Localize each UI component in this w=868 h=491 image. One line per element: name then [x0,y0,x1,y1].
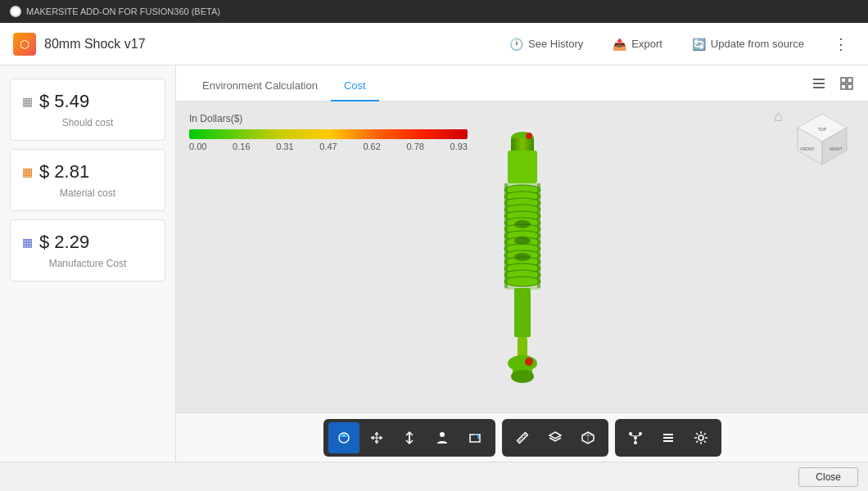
topbar-title: MAKERSITE ADD-ON FOR FUSION360 (BETA) [26,7,220,16]
zoom-icon [402,430,417,445]
svg-point-54 [634,441,637,444]
page-title: 80mm Shock v17 [44,37,495,52]
export-icon: 📤 [613,38,626,51]
stack-button[interactable] [540,422,571,453]
svg-line-44 [519,439,521,441]
box-button[interactable] [572,422,604,453]
svg-line-45 [522,437,523,439]
zoom-button[interactable] [394,422,425,453]
tab-cost[interactable]: Cost [331,71,379,101]
manufacture-cost-header: ▦ $ 2.29 [22,232,153,253]
scale-labels: 0.00 0.16 0.31 0.47 0.62 0.78 0.93 [189,142,468,151]
svg-rect-6 [848,84,852,89]
orbit-icon [337,430,351,445]
see-history-button[interactable]: 🕐 See History [503,34,590,54]
shock-model [473,118,572,396]
manufacture-cost-value: $ 2.29 [39,232,89,253]
viewport[interactable]: In Dollars($) 0.00 0.16 0.31 0.47 0.62 0… [176,101,868,412]
see-history-label: See History [528,38,583,50]
list-view-icon [811,76,826,91]
titlebar: ⬡ 80mm Shock v17 🕐 See History 📤 Export … [0,23,868,65]
should-cost-value: $ 5.49 [39,91,89,112]
should-cost-label: Should cost [22,117,153,128]
svg-point-52 [629,432,632,435]
svg-point-51 [634,436,637,439]
svg-point-36 [525,358,533,366]
svg-rect-10 [508,151,537,183]
fit-view-button[interactable] [427,422,458,453]
orbit-button[interactable] [328,422,359,453]
svg-point-53 [639,432,642,435]
svg-point-37 [511,370,534,383]
history-icon: 🕐 [509,38,523,51]
ruler-button[interactable] [507,422,538,453]
settings-icon [694,430,708,445]
scale-bar [189,129,468,139]
svg-point-29 [514,220,531,228]
scale-label-2: 0.31 [276,142,293,151]
tab-environment[interactable]: Environment Calculation [189,71,331,101]
settings-button[interactable] [685,422,717,453]
svg-point-41 [440,432,445,437]
material-cost-value: $ 2.81 [39,161,89,182]
svg-line-56 [635,435,640,436]
should-cost-icon: ▦ [22,95,33,108]
window-icon [468,430,482,445]
person-icon [435,430,450,445]
footer: Close [0,462,868,491]
bottom-toolbar [176,412,868,462]
scale-title: In Dollars($) [189,113,468,124]
measure-toolbar-group [502,419,608,457]
svg-rect-32 [514,288,531,337]
scale-label-1: 0.16 [233,142,250,151]
layers-button[interactable] [653,422,684,453]
main-content: ▦ $ 5.49 Should cost ▦ $ 2.81 Material c… [0,65,868,462]
layers-icon [661,430,676,445]
sidebar: ▦ $ 5.49 Should cost ▦ $ 2.81 Material c… [0,65,176,462]
svg-rect-1 [813,83,825,84]
scale-label-5: 0.78 [406,142,423,151]
display-toolbar-group [615,419,721,457]
svg-rect-3 [841,78,846,83]
manufacture-cost-card: ▦ $ 2.29 Manufacture Cost [10,219,165,282]
grid-view-button[interactable] [835,72,858,95]
more-options-button[interactable]: ⋮ [827,32,855,56]
svg-rect-60 [663,440,673,442]
material-cost-card: ▦ $ 2.81 Material cost [10,149,165,211]
svg-rect-4 [848,78,852,83]
scale-label-0: 0.00 [189,142,206,151]
material-cost-icon: ▦ [22,165,33,178]
svg-point-30 [514,236,531,245]
svg-line-46 [524,435,526,436]
scale-label-6: 0.93 [450,142,468,151]
pan-icon [369,430,384,445]
update-from-source-button[interactable]: 🔄 Update from source [685,34,811,54]
scale-label-3: 0.47 [319,142,337,151]
close-button[interactable]: Close [798,467,858,487]
material-cost-label: Material cost [22,187,153,199]
network-icon [628,430,643,445]
pan-button[interactable] [361,422,392,453]
export-label: Export [631,38,662,50]
tabs-bar: Environment Calculation Cost [176,65,868,101]
network-button[interactable] [620,422,651,453]
box-icon [581,430,595,445]
view-toggles [807,72,858,95]
svg-point-9 [526,133,532,139]
list-view-button[interactable] [807,72,830,95]
manufacture-cost-icon: ▦ [22,236,33,249]
navigation-toolbar-group [323,419,495,457]
svg-rect-2 [813,87,825,88]
window-zoom-button[interactable] [459,422,491,453]
export-button[interactable]: 📤 Export [606,34,669,54]
refresh-icon: 🔄 [692,38,706,51]
svg-rect-27 [504,183,508,288]
should-cost-card: ▦ $ 5.49 Should cost [10,79,165,141]
scale-label-4: 0.62 [363,142,380,151]
svg-marker-47 [549,432,561,439]
should-cost-header: ▦ $ 5.49 [22,91,153,112]
material-cost-header: ▦ $ 2.81 [22,161,153,182]
update-from-source-label: Update from source [711,38,804,50]
svg-rect-59 [663,437,673,439]
color-scale: In Dollars($) 0.00 0.16 0.31 0.47 0.62 0… [189,113,468,151]
